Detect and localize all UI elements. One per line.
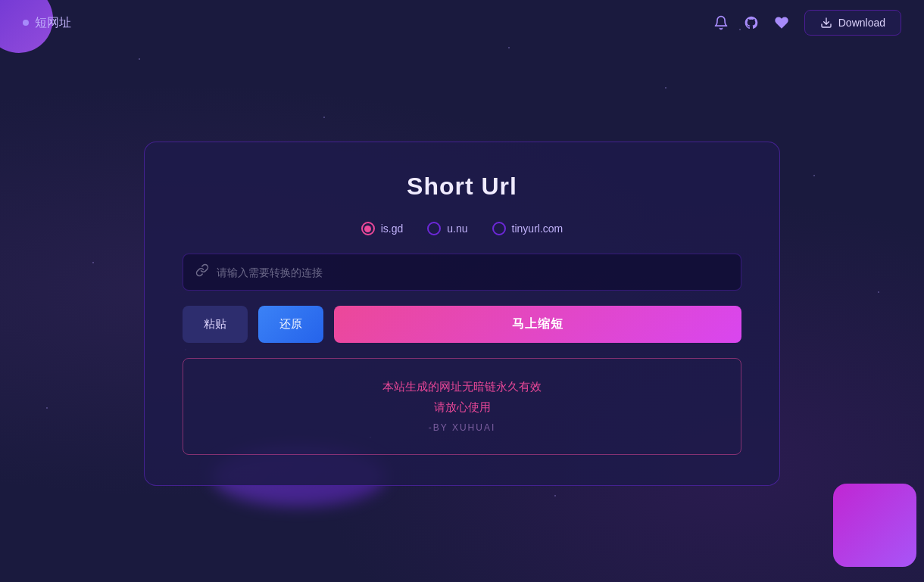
download-button[interactable]: Download <box>804 10 901 36</box>
nav-right: Download <box>713 10 901 36</box>
info-line3: -BY XUHUAI <box>198 422 726 433</box>
nav-left: 短网址 <box>23 15 71 31</box>
card-title: Short Url <box>183 173 741 201</box>
btn-row: 粘贴 还原 马上缩短 <box>183 306 741 343</box>
radio-label-unu: u.nu <box>447 223 467 235</box>
info-line1: 本站生成的网址无暗链永久有效 <box>198 380 726 394</box>
shorten-button[interactable]: 马上缩短 <box>334 306 741 343</box>
info-line2: 请放心使用 <box>198 400 726 415</box>
url-input[interactable] <box>217 266 729 279</box>
navbar: 短网址 Download <box>0 0 924 45</box>
radio-circle-unu <box>427 222 441 235</box>
radio-circle-isgd <box>361 222 375 235</box>
nav-title: 短网址 <box>35 15 71 31</box>
radio-tinyurl[interactable]: tinyurl.com <box>492 222 563 235</box>
bell-icon[interactable] <box>713 15 729 30</box>
main-content: Short Url is.gd u.nu tinyurl.com <box>0 45 924 582</box>
info-box: 本站生成的网址无暗链永久有效 请放心使用 -BY XUHUAI <box>183 358 741 455</box>
link-icon <box>195 263 209 281</box>
radio-group: is.gd u.nu tinyurl.com <box>183 222 741 235</box>
restore-button[interactable]: 还原 <box>258 306 323 343</box>
github-icon[interactable] <box>744 15 759 30</box>
radio-isgd[interactable]: is.gd <box>361 222 404 235</box>
paste-button[interactable]: 粘贴 <box>183 306 248 343</box>
radio-label-isgd: is.gd <box>381 223 404 235</box>
radio-label-tinyurl: tinyurl.com <box>512 223 563 235</box>
url-card: Short Url is.gd u.nu tinyurl.com <box>144 142 780 486</box>
radio-unu[interactable]: u.nu <box>427 222 467 235</box>
download-label: Download <box>838 17 885 29</box>
nav-dot-icon <box>23 20 29 26</box>
heart-icon[interactable] <box>774 15 789 30</box>
radio-circle-tinyurl <box>492 222 506 235</box>
url-input-wrapper <box>183 254 741 291</box>
